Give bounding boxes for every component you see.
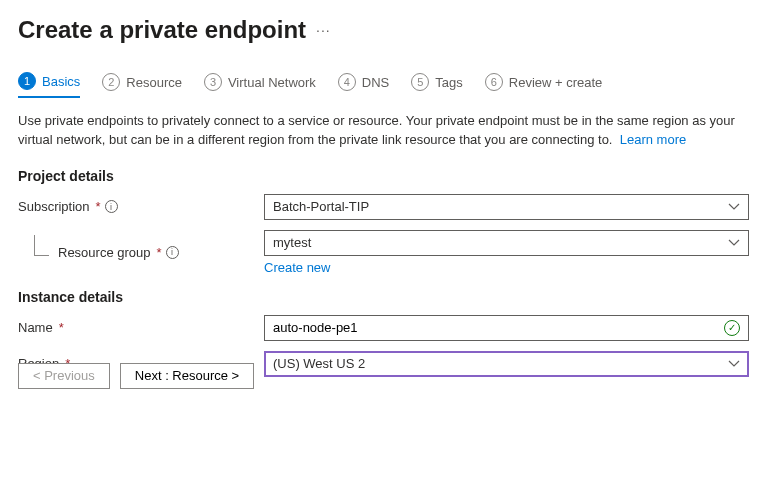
info-icon[interactable]: i bbox=[166, 246, 179, 259]
name-input-field[interactable] bbox=[273, 316, 716, 340]
tab-label: DNS bbox=[362, 75, 389, 90]
subscription-label: Subscription* i bbox=[18, 199, 264, 214]
chevron-down-icon bbox=[728, 201, 740, 213]
project-details-heading: Project details bbox=[18, 168, 749, 184]
step-number-icon: 4 bbox=[338, 73, 356, 91]
instance-details-heading: Instance details bbox=[18, 289, 749, 305]
tab-label: Resource bbox=[126, 75, 182, 90]
next-button[interactable]: Next : Resource > bbox=[120, 363, 254, 389]
learn-more-link[interactable]: Learn more bbox=[620, 132, 686, 147]
resource-group-label: Resource group* i bbox=[18, 245, 264, 260]
step-number-icon: 3 bbox=[204, 73, 222, 91]
subscription-select[interactable]: Batch-Portal-TIP bbox=[264, 194, 749, 220]
tab-review-create[interactable]: 6 Review + create bbox=[485, 72, 603, 98]
tab-label: Review + create bbox=[509, 75, 603, 90]
region-select[interactable]: (US) West US 2 bbox=[264, 351, 749, 377]
step-number-icon: 2 bbox=[102, 73, 120, 91]
tab-tags[interactable]: 5 Tags bbox=[411, 72, 462, 98]
success-icon: ✓ bbox=[724, 320, 740, 336]
step-number-icon: 1 bbox=[18, 72, 36, 90]
info-icon[interactable]: i bbox=[105, 200, 118, 213]
name-label: Name* bbox=[18, 320, 264, 335]
more-icon[interactable]: ··· bbox=[316, 22, 331, 38]
page-title: Create a private endpoint bbox=[18, 16, 306, 44]
wizard-tabs: 1 Basics 2 Resource 3 Virtual Network 4 … bbox=[18, 72, 749, 98]
name-input[interactable]: ✓ bbox=[264, 315, 749, 341]
tab-resource[interactable]: 2 Resource bbox=[102, 72, 182, 98]
create-new-link[interactable]: Create new bbox=[264, 260, 330, 275]
chevron-down-icon bbox=[728, 237, 740, 249]
tab-virtual-network[interactable]: 3 Virtual Network bbox=[204, 72, 316, 98]
tab-label: Virtual Network bbox=[228, 75, 316, 90]
step-number-icon: 5 bbox=[411, 73, 429, 91]
tab-basics[interactable]: 1 Basics bbox=[18, 72, 80, 98]
step-number-icon: 6 bbox=[485, 73, 503, 91]
chevron-down-icon bbox=[728, 358, 740, 370]
resource-group-select[interactable]: mytest bbox=[264, 230, 749, 256]
previous-button[interactable]: < Previous bbox=[18, 363, 110, 389]
description-text: Use private endpoints to privately conne… bbox=[18, 112, 749, 150]
tab-label: Tags bbox=[435, 75, 462, 90]
tab-label: Basics bbox=[42, 74, 80, 89]
tab-dns[interactable]: 4 DNS bbox=[338, 72, 389, 98]
